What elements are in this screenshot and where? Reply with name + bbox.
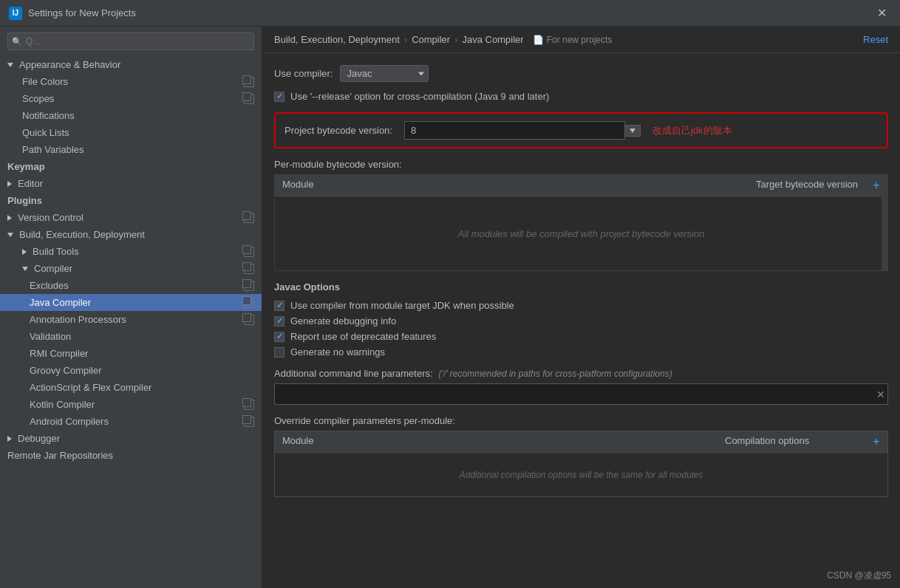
search-icon: 🔍 [12,37,22,47]
sidebar-item-file-colors[interactable]: File Colors [0,73,262,90]
main-container: 🔍 Appearance & Behavior File Colors Scop… [0,27,900,588]
option1-label: Use compiler from module target JDK when… [290,300,514,311]
expand-arrow [22,267,28,271]
breadcrumb-meta: 📄 For new projects [528,35,613,45]
sidebar-item-android-compilers[interactable]: Android Compilers [0,413,262,430]
override-table-header: Module Compilation options + [274,431,888,453]
option2-label: Generate debugging info [290,315,396,327]
additional-row: Additional command line parameters: ('/'… [274,368,888,379]
app-icon: IJ [9,7,22,20]
window-title: Settings for New Projects [28,7,136,18]
additional-label: Additional command line parameters: [274,368,433,379]
compiler-dropdown[interactable]: Javac Eclipse Ajc [340,65,429,82]
breadcrumb-path: Build, Execution, Deployment › Compiler … [274,34,612,45]
title-bar-left: IJ Settings for New Projects [9,7,136,20]
option-row-2: Generate debugging info [274,315,888,327]
option-row-4: Generate no warnings [274,346,888,358]
bytecode-section: Project bytecode version: 改成自己jdk的版本 [274,112,888,148]
search-box: 🔍 [7,33,254,50]
copy-icon [244,94,254,104]
option-row-3: Report use of deprecated features [274,331,888,342]
add-override-button[interactable]: + [865,431,887,452]
sidebar-item-version-control[interactable]: Version Control [0,209,262,226]
option4-checkbox[interactable] [274,347,284,358]
breadcrumb-sep2: › [454,34,457,45]
expand-arrow [7,233,13,237]
close-button[interactable]: ✕ [873,4,891,21]
breadcrumb: Build, Execution, Deployment › Compiler … [262,27,900,53]
breadcrumb-part1: Build, Execution, Deployment [274,34,400,45]
sidebar-item-remote-jar[interactable]: Remote Jar Repositories [0,447,262,464]
sidebar-item-quick-lists[interactable]: Quick Lists [0,124,262,141]
sidebar-item-compiler[interactable]: Compiler [0,260,262,277]
title-bar: IJ Settings for New Projects ✕ [0,0,900,27]
bytecode-input[interactable] [404,121,625,140]
sidebar-item-keymap[interactable]: Keymap [0,158,262,175]
override-empty-text: Additional compilation options will be t… [460,470,703,480]
option2-checkbox[interactable] [274,316,284,327]
breadcrumb-part2: Compiler [412,34,450,45]
option1-checkbox[interactable] [274,301,284,311]
copy-icon [244,264,254,274]
bytecode-label: Project bytecode version: [284,125,392,136]
use-release-checkbox[interactable] [274,92,284,102]
expand-arrow [7,215,12,221]
copy-icon [244,400,254,410]
override-table-body: Additional compilation options will be t… [274,453,888,497]
reset-button[interactable]: Reset [863,34,888,45]
sidebar-item-validation[interactable]: Validation [0,328,262,345]
sidebar-item-java-compiler[interactable]: Java Compiler [0,294,262,311]
copy-icon [244,281,254,291]
sidebar-label: Editor [18,178,43,189]
content-area: Build, Execution, Deployment › Compiler … [262,27,900,588]
sidebar-item-debugger[interactable]: Debugger [0,430,262,447]
copy-icon [244,417,254,427]
sidebar-item-build-execution[interactable]: Build, Execution, Deployment [0,226,262,243]
sidebar-label: Build, Execution, Deployment [19,229,145,240]
per-module-table: Module Target bytecode version + All mod… [274,174,888,271]
sidebar-item-build-tools[interactable]: Build Tools [0,243,262,260]
javac-options-title: Javac Options [274,281,888,293]
option3-label: Report use of deprecated features [290,331,436,342]
sidebar-label: Debugger [18,433,60,444]
scrollbar[interactable] [882,175,887,270]
sidebar-item-editor[interactable]: Editor [0,175,262,192]
sidebar-item-plugins[interactable]: Plugins [0,192,262,209]
bytecode-dropdown-btn[interactable] [625,125,641,137]
params-input[interactable] [274,383,888,405]
javac-options-group: Use compiler from module target JDK when… [274,300,888,358]
sidebar-item-excludes[interactable]: Excludes [0,277,262,294]
breadcrumb-current: Java Compiler [463,34,524,45]
sidebar-item-groovy-compiler[interactable]: Groovy Compiler [0,362,262,379]
expand-arrow [22,249,27,255]
copy-icon [244,213,254,223]
sidebar-item-rmi-compiler[interactable]: RMI Compiler [0,345,262,362]
copy-icon [244,247,254,257]
bytecode-input-wrap [404,121,641,140]
sidebar-item-path-variables[interactable]: Path Variables [0,141,262,158]
module-col-header: Module [275,175,703,196]
sidebar-item-annotation-processors[interactable]: Annotation Processors [0,311,262,328]
content-body: Use compiler: Javac Eclipse Ajc Use '--r… [262,53,900,588]
use-release-label: Use '--release' option for cross-compila… [290,91,549,102]
per-module-label: Per-module bytecode version: [274,159,888,170]
params-clear-button[interactable]: ✕ [876,389,885,400]
watermark: CSDN @凌虚95 [827,570,891,582]
sidebar-item-actionscript[interactable]: ActionScript & Flex Compiler [0,379,262,396]
sidebar-item-notifications[interactable]: Notifications [0,107,262,124]
table-body: All modules will be compiled with projec… [275,196,887,270]
sidebar: 🔍 Appearance & Behavior File Colors Scop… [0,27,262,588]
override-label: Override compiler parameters per-module: [274,415,888,426]
sidebar-label: Version Control [18,212,83,223]
use-compiler-row: Use compiler: Javac Eclipse Ajc [274,65,888,82]
search-input[interactable] [7,33,254,50]
table-empty-text: All modules will be compiled with projec… [458,228,705,239]
expand-arrow [7,436,12,442]
sidebar-item-kotlin-compiler[interactable]: Kotlin Compiler [0,396,262,413]
sidebar-item-appearance[interactable]: Appearance & Behavior [0,56,262,73]
target-col-header: Target bytecode version [703,175,865,196]
copy-icon [244,298,254,308]
option3-checkbox[interactable] [274,332,284,342]
sidebar-item-scopes[interactable]: Scopes [0,90,262,107]
expand-arrow [7,63,13,67]
